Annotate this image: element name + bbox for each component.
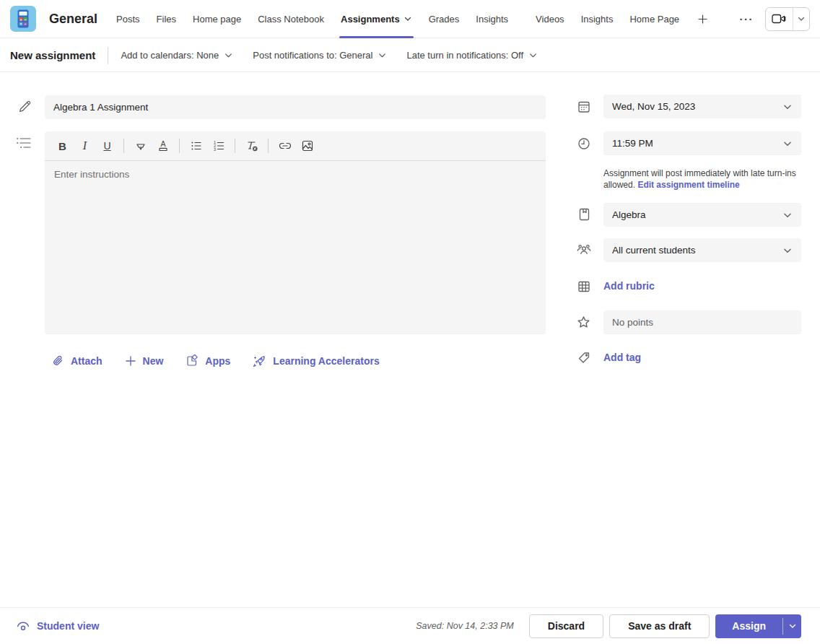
learning-accelerators-button[interactable]: Learning Accelerators xyxy=(253,354,379,367)
tab-label: Home page xyxy=(193,14,241,25)
numbered-list-icon: 1 2 3 xyxy=(212,139,225,152)
eye-icon xyxy=(16,620,30,632)
meet-options-button[interactable] xyxy=(793,8,809,30)
saved-status: Saved: Nov 14, 2:33 PM xyxy=(416,621,514,631)
instructions-editor: B I U A xyxy=(45,131,546,334)
chevron-down-icon xyxy=(782,139,793,149)
attach-button[interactable]: Attach xyxy=(52,354,102,367)
dropdown-label: Late turn in notifications: Off xyxy=(406,50,523,61)
tab-label: Posts xyxy=(116,14,140,25)
add-tab-button[interactable] xyxy=(697,14,708,25)
class-dropdown[interactable]: Algebra xyxy=(603,203,801,227)
image-icon xyxy=(301,139,314,152)
font-color-icon: A xyxy=(157,139,170,152)
post-notifications-dropdown[interactable]: Post notifications to: General xyxy=(253,50,387,61)
tab-class-notebook[interactable]: Class Notebook xyxy=(258,0,324,38)
clear-formatting-button[interactable] xyxy=(240,136,263,157)
due-time-dropdown[interactable]: 11:59 PM xyxy=(603,131,801,155)
more-options-button[interactable]: ··· xyxy=(740,13,754,25)
dropdown-label: Post notifications to: General xyxy=(253,50,372,61)
tab-home-page-2[interactable]: Home Page xyxy=(629,0,679,38)
apps-button[interactable]: Apps xyxy=(186,354,230,367)
chevron-down-icon xyxy=(528,51,538,60)
teams-assignment-page: + − × ÷ General Posts Files Home page Cl… xyxy=(0,0,820,644)
tab-insights-2[interactable]: Insights xyxy=(581,0,614,38)
divider xyxy=(108,47,108,64)
channel-name: General xyxy=(49,12,97,27)
attach-label: Attach xyxy=(71,355,102,367)
apps-grid-icon xyxy=(186,354,199,367)
due-date-dropdown[interactable]: Wed, Nov 15, 2023 xyxy=(603,95,801,118)
attachment-actions: Attach New Apps xyxy=(52,351,380,371)
instructions-textarea[interactable] xyxy=(45,161,546,333)
points-field[interactable]: No points xyxy=(603,310,801,334)
tab-label: Videos xyxy=(536,14,564,25)
edit-assignment-timeline-link[interactable]: Edit assignment timeline xyxy=(637,180,739,190)
due-date-value: Wed, Nov 15, 2023 xyxy=(612,101,695,112)
footer-actions: Saved: Nov 14, 2:33 PM Discard Save as d… xyxy=(416,614,801,638)
highlighter-icon xyxy=(134,139,147,152)
clock-icon xyxy=(577,136,591,151)
chevron-down-icon xyxy=(782,102,793,112)
chevron-down-icon xyxy=(224,51,233,60)
tab-label: Insights xyxy=(581,14,614,25)
highlight-button[interactable] xyxy=(129,136,152,157)
tag-icon xyxy=(577,351,591,365)
divider xyxy=(179,139,180,153)
discard-button[interactable]: Discard xyxy=(529,614,603,638)
new-button[interactable]: New xyxy=(125,355,164,367)
svg-text:−: − xyxy=(24,17,26,22)
footer-bar: Student view Saved: Nov 14, 2:33 PM Disc… xyxy=(0,607,820,644)
points-value: No points xyxy=(612,317,653,328)
notebook-icon xyxy=(577,207,591,222)
assign-to-dropdown[interactable]: All current students xyxy=(603,238,801,262)
add-to-calendars-dropdown[interactable]: Add to calendars: None xyxy=(121,50,233,61)
assignment-title-input[interactable] xyxy=(45,95,546,119)
student-view-label: Student view xyxy=(37,620,99,632)
channel-avatar-calculator-icon[interactable]: + − × ÷ xyxy=(10,6,36,32)
tab-grades[interactable]: Grades xyxy=(429,0,460,38)
underline-button[interactable]: U xyxy=(96,136,118,157)
tab-label: Insights xyxy=(476,14,508,25)
meet-button[interactable] xyxy=(766,8,793,30)
svg-text:A: A xyxy=(160,139,165,148)
late-turn-in-notifications-dropdown[interactable]: Late turn in notifications: Off xyxy=(406,50,538,61)
calendar-icon xyxy=(577,100,591,114)
tab-insights[interactable]: Insights xyxy=(476,0,508,38)
people-icon xyxy=(576,243,592,257)
dropdown-label: Add to calendars: None xyxy=(121,50,219,61)
insert-link-button[interactable] xyxy=(274,136,296,157)
tab-posts[interactable]: Posts xyxy=(116,0,140,38)
italic-button[interactable]: I xyxy=(74,136,96,157)
insert-image-button[interactable] xyxy=(296,136,318,157)
tab-assignments[interactable]: Assignments xyxy=(341,0,412,38)
tab-files[interactable]: Files xyxy=(157,0,176,38)
instructions-list-icon xyxy=(16,136,32,150)
learning-accelerators-label: Learning Accelerators xyxy=(273,355,379,367)
video-camera-icon xyxy=(772,13,787,25)
student-view-button[interactable]: Student view xyxy=(16,620,99,632)
svg-text:3: 3 xyxy=(214,147,216,152)
star-icon xyxy=(576,315,591,330)
link-icon xyxy=(278,139,292,152)
numbered-list-button[interactable]: 1 2 3 xyxy=(207,136,230,157)
bullet-list-button[interactable] xyxy=(185,136,207,157)
assign-options-button[interactable] xyxy=(783,614,801,638)
bold-button[interactable]: B xyxy=(51,136,74,157)
tab-home-page[interactable]: Home page xyxy=(193,0,241,38)
add-tag-link[interactable]: Add tag xyxy=(603,352,641,363)
assign-button[interactable]: Assign xyxy=(715,614,782,638)
rocket-icon xyxy=(253,354,266,367)
tab-videos[interactable]: Videos xyxy=(536,0,564,38)
chevron-down-icon xyxy=(782,210,793,220)
tab-label: Home Page xyxy=(629,14,679,25)
formatting-toolbar: B I U A xyxy=(45,131,546,161)
font-color-button[interactable]: A xyxy=(152,136,174,157)
add-rubric-link[interactable]: Add rubric xyxy=(603,280,655,292)
plus-icon xyxy=(697,14,708,25)
rubric-grid-icon xyxy=(577,279,591,294)
divider xyxy=(268,139,269,153)
save-as-draft-button[interactable]: Save as draft xyxy=(609,614,710,638)
assign-split-button: Assign xyxy=(715,614,801,638)
tab-label: Assignments xyxy=(341,14,400,25)
